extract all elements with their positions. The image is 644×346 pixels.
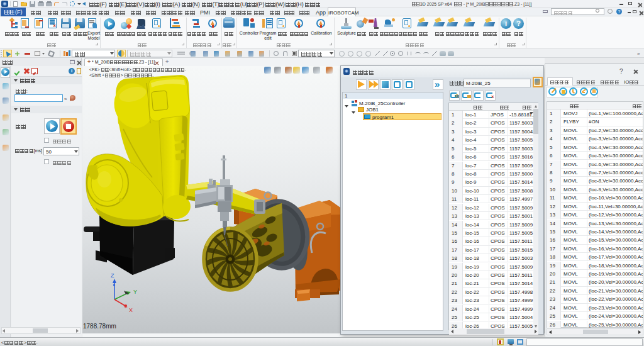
svg-text:X: X bbox=[129, 307, 133, 313]
svg-text:Z: Z bbox=[111, 272, 114, 279]
svg-text:Y: Y bbox=[133, 289, 137, 295]
